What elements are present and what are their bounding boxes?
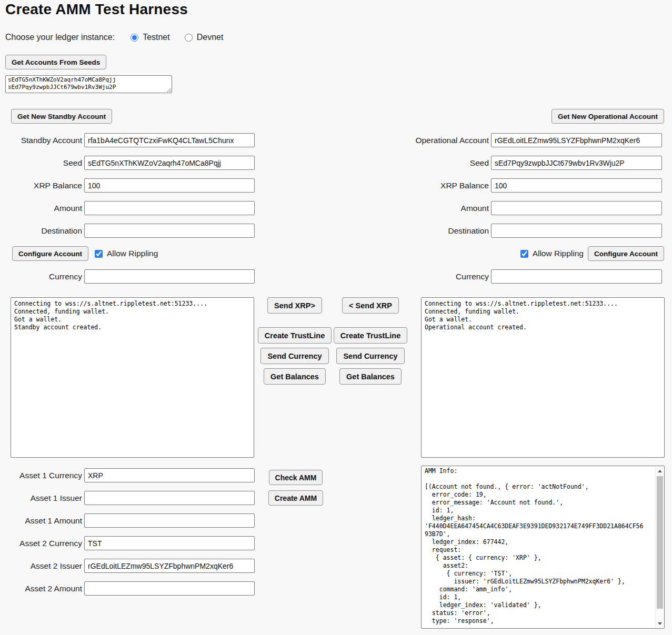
amm-asset-panel: Asset 1 Currency Asset 1 Issuer Asset 1 … [5, 468, 257, 596]
standby-result-log[interactable]: Connecting to wss://s.altnet.rippletest.… [11, 297, 254, 458]
operational-currency-label: Currency [405, 272, 491, 281]
asset1-amount-input[interactable] [84, 513, 255, 528]
operational-configure-account-button[interactable]: Configure Account [588, 246, 664, 261]
operational-result-log[interactable]: Connecting to wss://s.altnet.rippletest.… [421, 297, 665, 458]
standby-currency-label: Currency [5, 272, 84, 281]
operational-configure-row: Allow Rippling Configure Account [405, 246, 664, 261]
amm-info-scrollbar[interactable] [655, 466, 664, 628]
standby-account-label: Standby Account [5, 136, 84, 145]
operational-account-input[interactable] [491, 133, 662, 147]
operational-destination-input[interactable] [491, 224, 662, 238]
operational-account-row: Operational Account [405, 133, 664, 147]
operational-xrp-balance-input[interactable] [491, 178, 662, 193]
operational-currency-input[interactable] [491, 269, 662, 284]
asset1-amount-row: Asset 1 Amount [5, 513, 257, 528]
operational-seed-label: Seed [405, 158, 491, 168]
scroll-up-icon[interactable] [656, 467, 664, 475]
asset2-currency-input[interactable] [84, 536, 255, 550]
operational-allow-rippling-checkbox[interactable] [520, 250, 528, 258]
operational-currency-row: Currency [405, 269, 664, 284]
asset2-amount-row: Asset 2 Amount [5, 581, 257, 596]
send-xrp-to-operational-button[interactable]: Send XRP> [267, 297, 322, 314]
operational-send-currency-button[interactable]: Send Currency [336, 348, 404, 364]
scroll-down-icon[interactable] [656, 619, 664, 628]
asset1-currency-row: Asset 1 Currency [5, 468, 257, 482]
asset2-currency-label: Asset 2 Currency [5, 539, 84, 548]
seeds-textarea[interactable]: sEdTG5nXThKWZoV2aqrh47oMCa8Pqjj sEd7Pqy9… [5, 75, 172, 93]
operational-xrp-balance-row: XRP Balance [405, 178, 664, 193]
operational-seed-input[interactable] [491, 156, 662, 170]
standby-amount-label: Amount [5, 204, 84, 213]
get-accounts-from-seeds-button[interactable]: Get Accounts From Seeds [5, 55, 106, 69]
operational-actions-column: < Send XRP Create TrustLine Send Currenc… [337, 297, 404, 385]
operational-amount-input[interactable] [491, 201, 662, 215]
scrollbar-thumb[interactable] [657, 476, 663, 609]
testnet-radio-label: Testnet [143, 33, 170, 42]
operational-get-balances-button[interactable]: Get Balances [339, 368, 402, 385]
standby-xrp-balance-label: XRP Balance [5, 181, 84, 190]
standby-panel: Standby Account Seed XRP Balance Amount … [5, 133, 257, 284]
asset1-issuer-input[interactable] [84, 491, 255, 505]
amm-info-box[interactable]: AMM Info: [(Account not found., { error:… [421, 466, 665, 629]
standby-amount-row: Amount [5, 201, 257, 215]
operational-account-label: Operational Account [405, 136, 491, 145]
operational-xrp-balance-label: XRP Balance [405, 181, 491, 190]
standby-account-input[interactable] [84, 133, 255, 147]
get-new-operational-account-button[interactable]: Get New Operational Account [551, 109, 664, 124]
amm-actions-column: Check AMM Create AMM [267, 470, 325, 506]
standby-create-trustline-button[interactable]: Create TrustLine [258, 327, 332, 344]
asset1-amount-label: Asset 1 Amount [5, 516, 84, 526]
standby-actions-column: Send XRP> Create TrustLine Send Currency… [262, 297, 328, 385]
operational-destination-row: Destination [405, 224, 664, 238]
asset1-currency-label: Asset 1 Currency [5, 471, 84, 480]
operational-amount-row: Amount [405, 201, 664, 215]
standby-currency-input[interactable] [84, 269, 255, 284]
asset1-currency-input[interactable] [84, 468, 255, 482]
standby-seed-input[interactable] [84, 156, 255, 170]
asset1-issuer-row: Asset 1 Issuer [5, 491, 257, 505]
devnet-radio-option[interactable]: Devnet [185, 33, 224, 42]
asset2-amount-label: Asset 2 Amount [5, 584, 84, 593]
standby-configure-row: Configure Account Allow Rippling [5, 246, 257, 261]
ledger-instance-label: Choose your ledger instance: [5, 33, 115, 42]
ledger-instance-row: Choose your ledger instance: Testnet Dev… [5, 32, 223, 43]
standby-amount-input[interactable] [84, 201, 255, 215]
asset2-issuer-row: Asset 2 Issuer [5, 559, 257, 573]
standby-xrp-balance-row: XRP Balance [5, 178, 257, 193]
asset2-amount-input[interactable] [84, 581, 255, 596]
operational-amount-label: Amount [405, 204, 491, 213]
standby-currency-row: Currency [5, 269, 257, 284]
standby-xrp-balance-input[interactable] [84, 178, 255, 193]
testnet-radio-option[interactable]: Testnet [131, 33, 170, 42]
asset2-currency-row: Asset 2 Currency [5, 536, 257, 550]
standby-seed-label: Seed [5, 158, 84, 168]
standby-destination-label: Destination [5, 226, 84, 236]
devnet-radio[interactable] [185, 34, 193, 42]
standby-destination-input[interactable] [84, 224, 255, 238]
amm-info-text: AMM Info: [(Account not found., { error:… [422, 466, 655, 628]
asset2-issuer-label: Asset 2 Issuer [5, 561, 84, 571]
standby-send-currency-button[interactable]: Send Currency [260, 348, 328, 364]
asset2-issuer-input[interactable] [84, 559, 255, 573]
operational-destination-label: Destination [405, 226, 491, 236]
standby-allow-rippling-label: Allow Rippling [107, 249, 158, 258]
operational-panel: Operational Account Seed XRP Balance Amo… [405, 133, 664, 284]
operational-create-trustline-button[interactable]: Create TrustLine [334, 327, 407, 344]
get-new-standby-account-button[interactable]: Get New Standby Account [11, 109, 112, 124]
operational-seed-row: Seed [405, 156, 664, 170]
standby-seed-row: Seed [5, 156, 257, 170]
testnet-radio[interactable] [131, 34, 138, 42]
send-xrp-to-standby-button[interactable]: < Send XRP [342, 297, 399, 314]
page-title: Create AMM Test Harness [5, 1, 188, 18]
standby-allow-rippling-checkbox[interactable] [95, 250, 103, 258]
standby-configure-account-button[interactable]: Configure Account [12, 246, 88, 261]
create-amm-button[interactable]: Create AMM [268, 490, 323, 506]
devnet-radio-label: Devnet [197, 33, 224, 42]
standby-destination-row: Destination [5, 224, 257, 238]
asset1-issuer-label: Asset 1 Issuer [5, 493, 84, 503]
standby-get-balances-button[interactable]: Get Balances [264, 368, 326, 385]
check-amm-button[interactable]: Check AMM [269, 470, 323, 485]
standby-account-row: Standby Account [5, 133, 257, 147]
operational-allow-rippling-label: Allow Rippling [533, 249, 584, 258]
